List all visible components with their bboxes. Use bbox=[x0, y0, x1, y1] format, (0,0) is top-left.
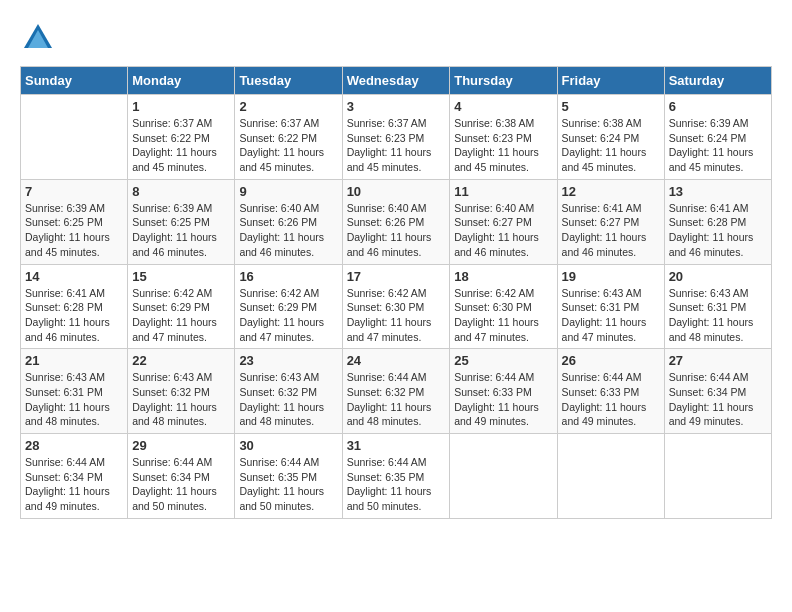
day-info: Sunrise: 6:41 AMSunset: 6:28 PMDaylight:… bbox=[25, 286, 123, 345]
logo-icon bbox=[20, 20, 56, 56]
day-number: 12 bbox=[562, 184, 660, 199]
day-info: Sunrise: 6:44 AMSunset: 6:34 PMDaylight:… bbox=[132, 455, 230, 514]
days-header-row: SundayMondayTuesdayWednesdayThursdayFrid… bbox=[21, 67, 772, 95]
day-header-tuesday: Tuesday bbox=[235, 67, 342, 95]
day-cell: 12Sunrise: 6:41 AMSunset: 6:27 PMDayligh… bbox=[557, 179, 664, 264]
day-cell: 25Sunrise: 6:44 AMSunset: 6:33 PMDayligh… bbox=[450, 349, 557, 434]
day-number: 26 bbox=[562, 353, 660, 368]
day-info: Sunrise: 6:40 AMSunset: 6:26 PMDaylight:… bbox=[239, 201, 337, 260]
day-number: 27 bbox=[669, 353, 767, 368]
day-number: 6 bbox=[669, 99, 767, 114]
day-number: 10 bbox=[347, 184, 446, 199]
day-info: Sunrise: 6:39 AMSunset: 6:24 PMDaylight:… bbox=[669, 116, 767, 175]
day-info: Sunrise: 6:40 AMSunset: 6:27 PMDaylight:… bbox=[454, 201, 552, 260]
day-info: Sunrise: 6:38 AMSunset: 6:24 PMDaylight:… bbox=[562, 116, 660, 175]
day-info: Sunrise: 6:42 AMSunset: 6:29 PMDaylight:… bbox=[239, 286, 337, 345]
day-cell: 2Sunrise: 6:37 AMSunset: 6:22 PMDaylight… bbox=[235, 95, 342, 180]
day-number: 9 bbox=[239, 184, 337, 199]
day-info: Sunrise: 6:43 AMSunset: 6:31 PMDaylight:… bbox=[562, 286, 660, 345]
day-cell: 4Sunrise: 6:38 AMSunset: 6:23 PMDaylight… bbox=[450, 95, 557, 180]
day-number: 4 bbox=[454, 99, 552, 114]
day-info: Sunrise: 6:41 AMSunset: 6:28 PMDaylight:… bbox=[669, 201, 767, 260]
day-cell: 19Sunrise: 6:43 AMSunset: 6:31 PMDayligh… bbox=[557, 264, 664, 349]
day-cell: 16Sunrise: 6:42 AMSunset: 6:29 PMDayligh… bbox=[235, 264, 342, 349]
week-row-5: 28Sunrise: 6:44 AMSunset: 6:34 PMDayligh… bbox=[21, 434, 772, 519]
day-info: Sunrise: 6:38 AMSunset: 6:23 PMDaylight:… bbox=[454, 116, 552, 175]
day-cell: 29Sunrise: 6:44 AMSunset: 6:34 PMDayligh… bbox=[128, 434, 235, 519]
day-cell: 31Sunrise: 6:44 AMSunset: 6:35 PMDayligh… bbox=[342, 434, 450, 519]
day-cell: 7Sunrise: 6:39 AMSunset: 6:25 PMDaylight… bbox=[21, 179, 128, 264]
day-cell bbox=[557, 434, 664, 519]
day-number: 14 bbox=[25, 269, 123, 284]
day-cell: 23Sunrise: 6:43 AMSunset: 6:32 PMDayligh… bbox=[235, 349, 342, 434]
day-header-wednesday: Wednesday bbox=[342, 67, 450, 95]
day-info: Sunrise: 6:42 AMSunset: 6:29 PMDaylight:… bbox=[132, 286, 230, 345]
day-number: 20 bbox=[669, 269, 767, 284]
day-cell bbox=[450, 434, 557, 519]
day-info: Sunrise: 6:44 AMSunset: 6:35 PMDaylight:… bbox=[347, 455, 446, 514]
day-number: 28 bbox=[25, 438, 123, 453]
day-cell: 28Sunrise: 6:44 AMSunset: 6:34 PMDayligh… bbox=[21, 434, 128, 519]
day-number: 25 bbox=[454, 353, 552, 368]
day-cell: 26Sunrise: 6:44 AMSunset: 6:33 PMDayligh… bbox=[557, 349, 664, 434]
day-info: Sunrise: 6:43 AMSunset: 6:31 PMDaylight:… bbox=[669, 286, 767, 345]
day-number: 24 bbox=[347, 353, 446, 368]
week-row-2: 7Sunrise: 6:39 AMSunset: 6:25 PMDaylight… bbox=[21, 179, 772, 264]
day-number: 18 bbox=[454, 269, 552, 284]
day-cell: 14Sunrise: 6:41 AMSunset: 6:28 PMDayligh… bbox=[21, 264, 128, 349]
day-info: Sunrise: 6:41 AMSunset: 6:27 PMDaylight:… bbox=[562, 201, 660, 260]
day-number: 3 bbox=[347, 99, 446, 114]
day-info: Sunrise: 6:39 AMSunset: 6:25 PMDaylight:… bbox=[132, 201, 230, 260]
day-info: Sunrise: 6:42 AMSunset: 6:30 PMDaylight:… bbox=[347, 286, 446, 345]
day-cell: 18Sunrise: 6:42 AMSunset: 6:30 PMDayligh… bbox=[450, 264, 557, 349]
day-number: 16 bbox=[239, 269, 337, 284]
week-row-4: 21Sunrise: 6:43 AMSunset: 6:31 PMDayligh… bbox=[21, 349, 772, 434]
day-number: 7 bbox=[25, 184, 123, 199]
day-number: 29 bbox=[132, 438, 230, 453]
calendar-table: SundayMondayTuesdayWednesdayThursdayFrid… bbox=[20, 66, 772, 519]
day-info: Sunrise: 6:39 AMSunset: 6:25 PMDaylight:… bbox=[25, 201, 123, 260]
day-header-saturday: Saturday bbox=[664, 67, 771, 95]
day-info: Sunrise: 6:43 AMSunset: 6:31 PMDaylight:… bbox=[25, 370, 123, 429]
day-number: 5 bbox=[562, 99, 660, 114]
day-header-thursday: Thursday bbox=[450, 67, 557, 95]
day-cell: 17Sunrise: 6:42 AMSunset: 6:30 PMDayligh… bbox=[342, 264, 450, 349]
day-cell: 30Sunrise: 6:44 AMSunset: 6:35 PMDayligh… bbox=[235, 434, 342, 519]
day-info: Sunrise: 6:44 AMSunset: 6:33 PMDaylight:… bbox=[454, 370, 552, 429]
day-number: 30 bbox=[239, 438, 337, 453]
logo bbox=[20, 20, 60, 56]
day-cell: 22Sunrise: 6:43 AMSunset: 6:32 PMDayligh… bbox=[128, 349, 235, 434]
day-number: 15 bbox=[132, 269, 230, 284]
day-info: Sunrise: 6:44 AMSunset: 6:34 PMDaylight:… bbox=[25, 455, 123, 514]
day-number: 1 bbox=[132, 99, 230, 114]
day-number: 11 bbox=[454, 184, 552, 199]
day-number: 2 bbox=[239, 99, 337, 114]
day-info: Sunrise: 6:44 AMSunset: 6:35 PMDaylight:… bbox=[239, 455, 337, 514]
day-info: Sunrise: 6:37 AMSunset: 6:22 PMDaylight:… bbox=[239, 116, 337, 175]
day-cell: 27Sunrise: 6:44 AMSunset: 6:34 PMDayligh… bbox=[664, 349, 771, 434]
day-header-sunday: Sunday bbox=[21, 67, 128, 95]
day-cell: 21Sunrise: 6:43 AMSunset: 6:31 PMDayligh… bbox=[21, 349, 128, 434]
day-header-monday: Monday bbox=[128, 67, 235, 95]
day-number: 17 bbox=[347, 269, 446, 284]
day-info: Sunrise: 6:44 AMSunset: 6:33 PMDaylight:… bbox=[562, 370, 660, 429]
week-row-1: 1Sunrise: 6:37 AMSunset: 6:22 PMDaylight… bbox=[21, 95, 772, 180]
day-info: Sunrise: 6:37 AMSunset: 6:22 PMDaylight:… bbox=[132, 116, 230, 175]
day-number: 22 bbox=[132, 353, 230, 368]
day-number: 8 bbox=[132, 184, 230, 199]
day-info: Sunrise: 6:40 AMSunset: 6:26 PMDaylight:… bbox=[347, 201, 446, 260]
day-number: 31 bbox=[347, 438, 446, 453]
day-info: Sunrise: 6:44 AMSunset: 6:32 PMDaylight:… bbox=[347, 370, 446, 429]
day-cell: 15Sunrise: 6:42 AMSunset: 6:29 PMDayligh… bbox=[128, 264, 235, 349]
day-cell: 8Sunrise: 6:39 AMSunset: 6:25 PMDaylight… bbox=[128, 179, 235, 264]
day-cell: 20Sunrise: 6:43 AMSunset: 6:31 PMDayligh… bbox=[664, 264, 771, 349]
day-cell: 11Sunrise: 6:40 AMSunset: 6:27 PMDayligh… bbox=[450, 179, 557, 264]
day-cell bbox=[664, 434, 771, 519]
day-cell: 13Sunrise: 6:41 AMSunset: 6:28 PMDayligh… bbox=[664, 179, 771, 264]
day-cell: 10Sunrise: 6:40 AMSunset: 6:26 PMDayligh… bbox=[342, 179, 450, 264]
page-header bbox=[20, 20, 772, 56]
day-info: Sunrise: 6:37 AMSunset: 6:23 PMDaylight:… bbox=[347, 116, 446, 175]
day-info: Sunrise: 6:44 AMSunset: 6:34 PMDaylight:… bbox=[669, 370, 767, 429]
day-info: Sunrise: 6:43 AMSunset: 6:32 PMDaylight:… bbox=[239, 370, 337, 429]
day-cell: 6Sunrise: 6:39 AMSunset: 6:24 PMDaylight… bbox=[664, 95, 771, 180]
